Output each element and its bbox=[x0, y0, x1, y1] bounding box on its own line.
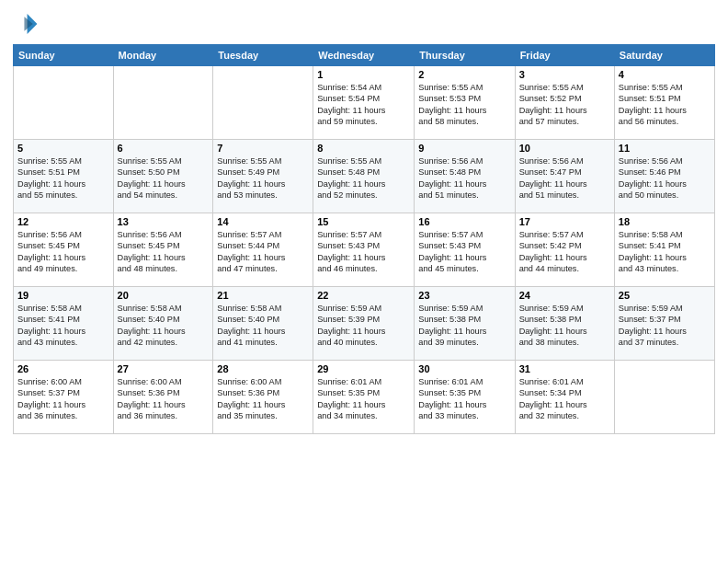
day-info: Sunrise: 6:00 AM Sunset: 5:36 PM Dayligh… bbox=[217, 376, 309, 422]
calendar-cell bbox=[113, 66, 213, 140]
day-info: Sunrise: 5:55 AM Sunset: 5:51 PM Dayligh… bbox=[17, 155, 109, 201]
calendar-cell: 17Sunrise: 5:57 AM Sunset: 5:42 PM Dayli… bbox=[515, 213, 614, 287]
day-number: 12 bbox=[17, 216, 109, 227]
calendar-cell: 9Sunrise: 5:56 AM Sunset: 5:48 PM Daylig… bbox=[415, 140, 515, 213]
calendar-cell bbox=[213, 66, 313, 140]
day-info: Sunrise: 5:58 AM Sunset: 5:40 PM Dayligh… bbox=[217, 303, 309, 349]
day-info: Sunrise: 5:55 AM Sunset: 5:52 PM Dayligh… bbox=[519, 82, 610, 128]
day-info: Sunrise: 5:59 AM Sunset: 5:37 PM Dayligh… bbox=[619, 303, 711, 349]
calendar-cell: 8Sunrise: 5:55 AM Sunset: 5:48 PM Daylig… bbox=[313, 140, 415, 213]
header bbox=[13, 11, 715, 37]
calendar-cell bbox=[14, 66, 114, 140]
day-info: Sunrise: 6:01 AM Sunset: 5:34 PM Dayligh… bbox=[519, 376, 610, 422]
calendar-week-row: 26Sunrise: 6:00 AM Sunset: 5:37 PM Dayli… bbox=[14, 361, 715, 434]
calendar-cell: 3Sunrise: 5:55 AM Sunset: 5:52 PM Daylig… bbox=[515, 66, 614, 140]
day-number: 19 bbox=[17, 290, 109, 301]
calendar-week-row: 1Sunrise: 5:54 AM Sunset: 5:54 PM Daylig… bbox=[14, 66, 715, 140]
calendar-cell: 27Sunrise: 6:00 AM Sunset: 5:36 PM Dayli… bbox=[113, 361, 213, 434]
calendar-cell: 4Sunrise: 5:55 AM Sunset: 5:51 PM Daylig… bbox=[614, 66, 714, 140]
weekday-header: Monday bbox=[113, 45, 213, 66]
day-info: Sunrise: 5:57 AM Sunset: 5:43 PM Dayligh… bbox=[317, 229, 410, 275]
day-number: 31 bbox=[519, 363, 610, 374]
day-number: 8 bbox=[317, 143, 410, 154]
calendar: SundayMondayTuesdayWednesdayThursdayFrid… bbox=[13, 44, 715, 434]
day-number: 1 bbox=[317, 69, 410, 80]
calendar-cell: 6Sunrise: 5:55 AM Sunset: 5:50 PM Daylig… bbox=[113, 140, 213, 213]
day-info: Sunrise: 5:57 AM Sunset: 5:44 PM Dayligh… bbox=[217, 229, 309, 275]
day-info: Sunrise: 5:55 AM Sunset: 5:50 PM Dayligh… bbox=[118, 155, 210, 201]
day-info: Sunrise: 6:00 AM Sunset: 5:36 PM Dayligh… bbox=[118, 376, 210, 422]
day-number: 11 bbox=[619, 143, 711, 154]
calendar-cell: 22Sunrise: 5:59 AM Sunset: 5:39 PM Dayli… bbox=[313, 287, 415, 361]
day-info: Sunrise: 5:55 AM Sunset: 5:49 PM Dayligh… bbox=[217, 155, 309, 201]
day-number: 22 bbox=[317, 290, 410, 301]
page: SundayMondayTuesdayWednesdayThursdayFrid… bbox=[0, 0, 728, 563]
calendar-cell: 24Sunrise: 5:59 AM Sunset: 5:38 PM Dayli… bbox=[515, 287, 614, 361]
day-number: 15 bbox=[317, 216, 410, 227]
day-info: Sunrise: 5:56 AM Sunset: 5:48 PM Dayligh… bbox=[418, 155, 510, 201]
weekday-header: Thursday bbox=[415, 45, 515, 66]
day-info: Sunrise: 6:01 AM Sunset: 5:35 PM Dayligh… bbox=[317, 376, 410, 422]
weekday-row: SundayMondayTuesdayWednesdayThursdayFrid… bbox=[14, 45, 715, 66]
day-info: Sunrise: 5:57 AM Sunset: 5:42 PM Dayligh… bbox=[519, 229, 610, 275]
day-number: 16 bbox=[418, 216, 510, 227]
day-info: Sunrise: 5:56 AM Sunset: 5:45 PM Dayligh… bbox=[118, 229, 210, 275]
calendar-cell: 19Sunrise: 5:58 AM Sunset: 5:41 PM Dayli… bbox=[14, 287, 114, 361]
calendar-cell: 31Sunrise: 6:01 AM Sunset: 5:34 PM Dayli… bbox=[515, 361, 614, 434]
day-number: 29 bbox=[317, 363, 410, 374]
day-number: 23 bbox=[418, 290, 510, 301]
calendar-cell: 23Sunrise: 5:59 AM Sunset: 5:38 PM Dayli… bbox=[415, 287, 515, 361]
day-info: Sunrise: 5:56 AM Sunset: 5:45 PM Dayligh… bbox=[17, 229, 109, 275]
day-number: 26 bbox=[17, 363, 109, 374]
day-number: 24 bbox=[519, 290, 610, 301]
day-number: 4 bbox=[619, 69, 711, 80]
day-info: Sunrise: 5:58 AM Sunset: 5:41 PM Dayligh… bbox=[17, 303, 109, 349]
weekday-header: Friday bbox=[515, 45, 614, 66]
calendar-cell: 10Sunrise: 5:56 AM Sunset: 5:47 PM Dayli… bbox=[515, 140, 614, 213]
day-info: Sunrise: 6:01 AM Sunset: 5:35 PM Dayligh… bbox=[418, 376, 510, 422]
day-number: 5 bbox=[17, 143, 109, 154]
calendar-header: SundayMondayTuesdayWednesdayThursdayFrid… bbox=[14, 45, 715, 66]
day-info: Sunrise: 5:58 AM Sunset: 5:41 PM Dayligh… bbox=[619, 229, 711, 275]
day-number: 10 bbox=[519, 143, 610, 154]
calendar-cell: 14Sunrise: 5:57 AM Sunset: 5:44 PM Dayli… bbox=[213, 213, 313, 287]
calendar-week-row: 12Sunrise: 5:56 AM Sunset: 5:45 PM Dayli… bbox=[14, 213, 715, 287]
calendar-cell bbox=[614, 361, 714, 434]
calendar-cell: 1Sunrise: 5:54 AM Sunset: 5:54 PM Daylig… bbox=[313, 66, 415, 140]
day-number: 6 bbox=[118, 143, 210, 154]
day-info: Sunrise: 5:56 AM Sunset: 5:47 PM Dayligh… bbox=[519, 155, 610, 201]
calendar-cell: 20Sunrise: 5:58 AM Sunset: 5:40 PM Dayli… bbox=[113, 287, 213, 361]
day-number: 27 bbox=[118, 363, 210, 374]
day-info: Sunrise: 5:57 AM Sunset: 5:43 PM Dayligh… bbox=[418, 229, 510, 275]
calendar-cell: 11Sunrise: 5:56 AM Sunset: 5:46 PM Dayli… bbox=[614, 140, 714, 213]
calendar-week-row: 5Sunrise: 5:55 AM Sunset: 5:51 PM Daylig… bbox=[14, 140, 715, 213]
day-info: Sunrise: 5:55 AM Sunset: 5:53 PM Dayligh… bbox=[418, 82, 510, 128]
calendar-cell: 25Sunrise: 5:59 AM Sunset: 5:37 PM Dayli… bbox=[614, 287, 714, 361]
day-number: 17 bbox=[519, 216, 610, 227]
calendar-cell: 16Sunrise: 5:57 AM Sunset: 5:43 PM Dayli… bbox=[415, 213, 515, 287]
day-number: 14 bbox=[217, 216, 309, 227]
calendar-cell: 2Sunrise: 5:55 AM Sunset: 5:53 PM Daylig… bbox=[415, 66, 515, 140]
day-info: Sunrise: 6:00 AM Sunset: 5:37 PM Dayligh… bbox=[17, 376, 109, 422]
calendar-cell: 12Sunrise: 5:56 AM Sunset: 5:45 PM Dayli… bbox=[14, 213, 114, 287]
day-number: 25 bbox=[619, 290, 711, 301]
calendar-cell: 28Sunrise: 6:00 AM Sunset: 5:36 PM Dayli… bbox=[213, 361, 313, 434]
day-info: Sunrise: 5:59 AM Sunset: 5:38 PM Dayligh… bbox=[519, 303, 610, 349]
day-info: Sunrise: 5:56 AM Sunset: 5:46 PM Dayligh… bbox=[619, 155, 711, 201]
calendar-cell: 5Sunrise: 5:55 AM Sunset: 5:51 PM Daylig… bbox=[14, 140, 114, 213]
calendar-cell: 26Sunrise: 6:00 AM Sunset: 5:37 PM Dayli… bbox=[14, 361, 114, 434]
day-number: 13 bbox=[118, 216, 210, 227]
weekday-header: Saturday bbox=[614, 45, 714, 66]
day-info: Sunrise: 5:59 AM Sunset: 5:38 PM Dayligh… bbox=[418, 303, 510, 349]
weekday-header: Sunday bbox=[14, 45, 114, 66]
calendar-cell: 30Sunrise: 6:01 AM Sunset: 5:35 PM Dayli… bbox=[415, 361, 515, 434]
calendar-cell: 18Sunrise: 5:58 AM Sunset: 5:41 PM Dayli… bbox=[614, 213, 714, 287]
calendar-cell: 29Sunrise: 6:01 AM Sunset: 5:35 PM Dayli… bbox=[313, 361, 415, 434]
day-number: 21 bbox=[217, 290, 309, 301]
logo bbox=[13, 11, 42, 37]
weekday-header: Tuesday bbox=[213, 45, 313, 66]
day-info: Sunrise: 5:55 AM Sunset: 5:51 PM Dayligh… bbox=[619, 82, 711, 128]
day-number: 28 bbox=[217, 363, 309, 374]
day-number: 9 bbox=[418, 143, 510, 154]
calendar-cell: 13Sunrise: 5:56 AM Sunset: 5:45 PM Dayli… bbox=[113, 213, 213, 287]
